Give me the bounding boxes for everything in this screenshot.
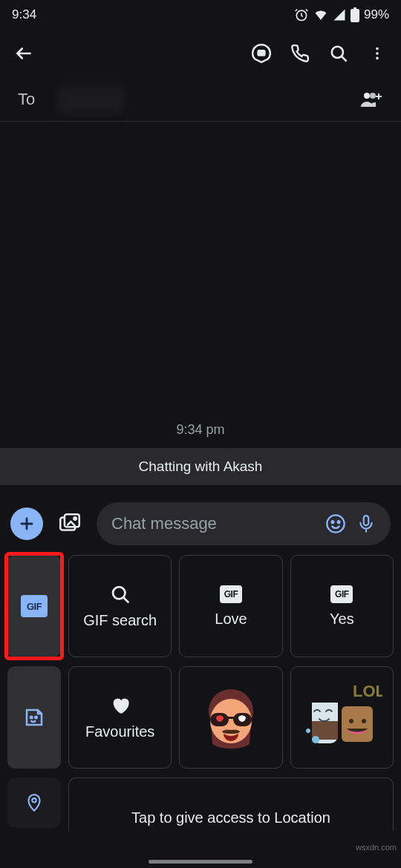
conversation-area: 9:34 pm — [0, 122, 401, 448]
search-icon — [110, 584, 131, 605]
chat-banner: Chatting with Akash — [0, 448, 401, 485]
svg-point-29 — [312, 736, 319, 743]
compose-row: Chat message — [0, 493, 401, 555]
app-bar — [0, 30, 401, 77]
banner-text: Chatting with Akash — [139, 458, 263, 474]
svg-point-18 — [30, 717, 33, 719]
phone-call-button[interactable] — [282, 36, 318, 71]
back-button[interactable] — [6, 36, 42, 71]
alarm-icon — [294, 7, 309, 22]
svg-point-13 — [327, 515, 344, 532]
search-button[interactable] — [321, 36, 356, 71]
svg-rect-1 — [351, 9, 359, 22]
home-indicator — [149, 860, 252, 864]
svg-text:LOL!: LOL! — [353, 682, 382, 700]
svg-point-5 — [376, 47, 379, 50]
location-permission-card[interactable]: Tap to give access to Location — [68, 777, 394, 831]
gif-yes-card[interactable]: GIF Yes — [290, 555, 394, 657]
gallery-button[interactable] — [53, 507, 86, 540]
recipient-row: To — [0, 77, 401, 122]
status-right: 99% — [294, 7, 389, 22]
svg-point-14 — [332, 521, 334, 523]
to-label: To — [18, 90, 35, 109]
svg-rect-3 — [258, 50, 265, 55]
sticker-row: Favourites LOL! — [7, 666, 394, 769]
sticker-tab[interactable] — [7, 666, 61, 769]
lol-cups-sticker: LOL! — [301, 677, 382, 758]
compose-input[interactable]: Chat message — [97, 502, 391, 545]
location-card-label: Tap to give access to Location — [131, 809, 330, 826]
watermark: wsxdn.com — [356, 843, 397, 852]
gif-love-card[interactable]: GIF Love — [179, 555, 282, 657]
card-label: Yes — [330, 611, 354, 628]
gif-icon: GIF — [220, 585, 242, 603]
status-bar: 9:34 99% — [0, 0, 401, 30]
emoji-icon[interactable] — [325, 513, 346, 534]
svg-rect-16 — [364, 516, 369, 525]
face-sunglasses-sticker — [190, 677, 272, 758]
expression-panel: GIF GIF search GIF Love GIF Yes Fav — [0, 555, 401, 831]
card-label: GIF search — [83, 612, 157, 629]
compose-placeholder: Chat message — [111, 514, 315, 533]
sticker-face-card[interactable] — [179, 666, 282, 769]
svg-point-8 — [364, 93, 370, 99]
battery-percent: 99% — [364, 7, 389, 22]
recipient-chip[interactable] — [57, 85, 124, 114]
sticker-icon — [23, 706, 45, 729]
wifi-icon — [313, 8, 328, 22]
more-options-button[interactable] — [359, 36, 395, 71]
gif-row: GIF GIF search GIF Love GIF Yes — [7, 555, 394, 657]
svg-point-28 — [362, 719, 366, 723]
svg-point-15 — [338, 521, 340, 523]
card-label: Favourites — [85, 723, 154, 740]
svg-rect-23 — [227, 717, 235, 719]
card-label: Love — [215, 611, 247, 628]
location-tab[interactable] — [7, 777, 61, 828]
battery-icon — [351, 7, 359, 22]
timestamp: 9:34 pm — [176, 422, 224, 438]
svg-point-12 — [74, 517, 76, 519]
favourites-card[interactable]: Favourites — [68, 666, 172, 769]
svg-point-31 — [32, 798, 36, 802]
svg-point-27 — [349, 719, 353, 723]
location-row: Tap to give access to Location — [7, 777, 394, 831]
svg-rect-2 — [353, 7, 356, 9]
gif-search-card[interactable]: GIF search — [68, 555, 172, 657]
signal-icon — [333, 8, 346, 22]
mic-icon[interactable] — [356, 514, 376, 533]
gif-tab[interactable]: GIF — [7, 555, 61, 657]
svg-rect-26 — [342, 706, 373, 742]
svg-point-19 — [35, 717, 37, 719]
heart-icon — [110, 695, 131, 716]
gif-icon: GIF — [21, 595, 48, 617]
add-recipient-button[interactable] — [361, 91, 383, 108]
svg-rect-11 — [65, 514, 79, 527]
svg-point-6 — [376, 52, 379, 55]
location-icon — [25, 793, 44, 812]
sticker-lol-card[interactable]: LOL! — [290, 666, 394, 769]
svg-point-9 — [370, 93, 376, 99]
gif-icon: GIF — [330, 585, 353, 603]
attach-button[interactable] — [10, 507, 43, 540]
status-time: 9:34 — [12, 7, 36, 22]
video-call-button[interactable] — [244, 36, 279, 71]
svg-point-30 — [306, 729, 310, 733]
svg-point-7 — [376, 57, 379, 60]
